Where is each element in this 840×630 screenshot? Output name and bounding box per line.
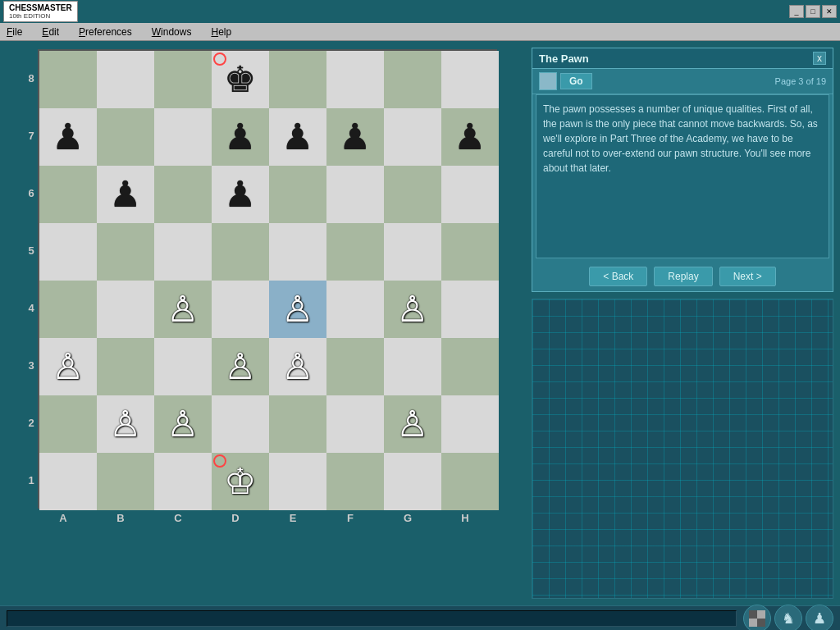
cell-a7[interactable]: ♟ bbox=[39, 108, 97, 166]
cell-f1[interactable] bbox=[326, 453, 384, 510]
white-pawn-c2: ♙ bbox=[167, 406, 199, 442]
cell-e2[interactable] bbox=[269, 395, 326, 453]
cell-b7[interactable] bbox=[97, 108, 154, 166]
bottom-icons: ♞ ♟ bbox=[743, 605, 833, 631]
cell-b8[interactable] bbox=[97, 51, 154, 108]
back-button[interactable]: < Back bbox=[589, 267, 647, 286]
knight-icon[interactable]: ♟ bbox=[806, 605, 833, 631]
close-button[interactable]: ✕ bbox=[822, 5, 837, 18]
color-swatch[interactable] bbox=[539, 72, 557, 90]
cell-f6[interactable] bbox=[326, 166, 384, 223]
cell-c4[interactable]: ♙ bbox=[154, 281, 212, 338]
menu-windows[interactable]: Windows bbox=[148, 25, 195, 39]
cell-b6[interactable]: ♟ bbox=[97, 166, 154, 223]
cell-c2[interactable]: ♙ bbox=[154, 395, 212, 453]
rank-6: 6 bbox=[28, 164, 34, 221]
black-pawn-h7: ♟ bbox=[454, 119, 486, 155]
cell-b3[interactable] bbox=[97, 338, 154, 395]
menu-edit[interactable]: Edit bbox=[39, 25, 62, 39]
cell-f8[interactable] bbox=[326, 51, 384, 108]
cell-b2[interactable]: ♙ bbox=[97, 395, 154, 453]
chess-board[interactable]: ♚ ♟ ♟ ♟ bbox=[38, 49, 497, 509]
pawn-body-text: The pawn possesses a number of unique qu… bbox=[536, 94, 829, 258]
cell-h2[interactable] bbox=[441, 395, 499, 453]
file-e: E bbox=[264, 512, 322, 524]
title-bar: CHESSMASTER 10th EDITION _ □ ✕ bbox=[0, 0, 840, 23]
cell-g7[interactable] bbox=[384, 108, 441, 166]
cell-d6[interactable]: ♟ bbox=[212, 166, 269, 223]
maximize-button[interactable]: □ bbox=[806, 5, 820, 18]
cell-d8[interactable]: ♚ bbox=[212, 51, 269, 108]
cell-h6[interactable] bbox=[441, 166, 499, 223]
cell-e3[interactable]: ♙ bbox=[269, 338, 326, 395]
cell-e1[interactable] bbox=[269, 453, 326, 510]
cell-e8[interactable] bbox=[269, 51, 326, 108]
cell-c5[interactable] bbox=[154, 223, 212, 281]
cell-g5[interactable] bbox=[384, 223, 441, 281]
cell-e5[interactable] bbox=[269, 223, 326, 281]
cell-a8[interactable] bbox=[39, 51, 97, 108]
cell-c3[interactable] bbox=[154, 338, 212, 395]
cell-f3[interactable] bbox=[326, 338, 384, 395]
cell-c8[interactable] bbox=[154, 51, 212, 108]
cell-g8[interactable] bbox=[384, 51, 441, 108]
cell-g1[interactable] bbox=[384, 453, 441, 510]
cell-a1[interactable] bbox=[39, 453, 97, 510]
cell-h5[interactable] bbox=[441, 223, 499, 281]
logo-text: CHESSMASTER bbox=[9, 3, 72, 12]
status-bar bbox=[7, 610, 737, 627]
board-icon[interactable] bbox=[743, 605, 771, 631]
cell-a4[interactable] bbox=[39, 281, 97, 338]
white-pawn-a3: ♙ bbox=[52, 349, 84, 385]
cell-b4[interactable] bbox=[97, 281, 154, 338]
pawn-toolbar: Go Page 3 of 19 bbox=[532, 69, 833, 94]
window-controls: _ □ ✕ bbox=[789, 5, 837, 18]
cell-g3[interactable] bbox=[384, 338, 441, 395]
cell-c1[interactable] bbox=[154, 453, 212, 510]
cell-h7[interactable]: ♟ bbox=[441, 108, 499, 166]
menu-preferences[interactable]: Preferences bbox=[75, 25, 135, 39]
cell-f5[interactable] bbox=[326, 223, 384, 281]
cell-a3[interactable]: ♙ bbox=[39, 338, 97, 395]
cell-d1[interactable]: ♔ bbox=[212, 453, 269, 510]
minimize-button[interactable]: _ bbox=[789, 5, 804, 18]
cell-c7[interactable] bbox=[154, 108, 212, 166]
cell-c6[interactable] bbox=[154, 166, 212, 223]
cell-f4[interactable] bbox=[326, 281, 384, 338]
svg-rect-3 bbox=[757, 619, 765, 627]
cell-e7[interactable]: ♟ bbox=[269, 108, 326, 166]
cell-a6[interactable] bbox=[39, 166, 97, 223]
pawn-dialog-title: The Pawn x bbox=[532, 48, 833, 69]
go-button[interactable]: Go bbox=[560, 73, 592, 89]
cell-g4[interactable]: ♙ bbox=[384, 281, 441, 338]
cell-d2[interactable] bbox=[212, 395, 269, 453]
piece-icon[interactable]: ♞ bbox=[774, 605, 802, 631]
cell-d5[interactable] bbox=[212, 223, 269, 281]
cell-h8[interactable] bbox=[441, 51, 499, 108]
cell-d4[interactable] bbox=[212, 281, 269, 338]
next-button[interactable]: Next > bbox=[719, 267, 776, 286]
cell-e6[interactable] bbox=[269, 166, 326, 223]
cell-g6[interactable] bbox=[384, 166, 441, 223]
svg-rect-0 bbox=[749, 610, 757, 619]
rank-8: 8 bbox=[28, 49, 34, 107]
cell-f7[interactable]: ♟ bbox=[326, 108, 384, 166]
cell-h4[interactable] bbox=[441, 281, 499, 338]
replay-button[interactable]: Replay bbox=[654, 267, 712, 286]
pawn-close-button[interactable]: x bbox=[813, 52, 826, 65]
menu-help[interactable]: Help bbox=[208, 25, 235, 39]
file-g: G bbox=[379, 512, 436, 524]
cell-h3[interactable] bbox=[441, 338, 499, 395]
cell-g2[interactable]: ♙ bbox=[384, 395, 441, 453]
cell-f2[interactable] bbox=[326, 395, 384, 453]
cell-d3[interactable]: ♙ bbox=[212, 338, 269, 395]
cell-h1[interactable] bbox=[441, 453, 499, 510]
menu-file[interactable]: File bbox=[3, 25, 25, 39]
file-labels: A B C D E F G H bbox=[34, 512, 494, 524]
cell-a5[interactable] bbox=[39, 223, 97, 281]
cell-d7[interactable]: ♟ bbox=[212, 108, 269, 166]
cell-a2[interactable] bbox=[39, 395, 97, 453]
cell-b5[interactable] bbox=[97, 223, 154, 281]
cell-b1[interactable] bbox=[97, 453, 154, 510]
cell-e4[interactable]: ♙ bbox=[269, 281, 326, 338]
